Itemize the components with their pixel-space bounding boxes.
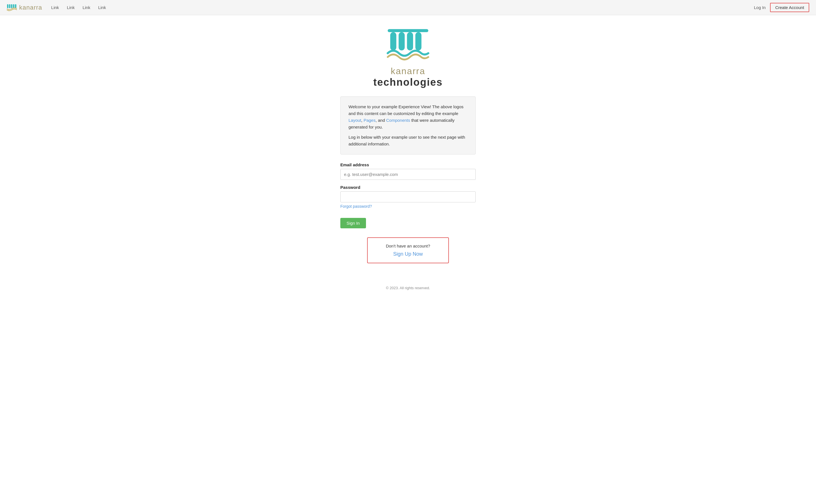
footer: © 2023. All rights reserved. [0, 280, 816, 293]
email-label: Email address [340, 162, 476, 167]
welcome-paragraph-2: Log in below with your example user to s… [349, 134, 467, 147]
svg-rect-1 [7, 4, 8, 8]
nav-links: Link Link Link Link [51, 5, 106, 10]
navbar-left: kanarra Link Link Link Link [7, 4, 106, 12]
layout-link[interactable]: Layout [349, 118, 361, 123]
password-group: Password Forgot password? [340, 185, 476, 209]
svg-rect-5 [15, 4, 16, 8]
login-form: Email address Password Forgot password? … [340, 162, 476, 228]
svg-rect-6 [388, 29, 428, 32]
svg-rect-9 [407, 32, 413, 50]
svg-rect-10 [415, 32, 422, 50]
brand-logo: kanarra technologies [373, 26, 443, 88]
welcome-text-and: , and [376, 118, 386, 123]
svg-rect-8 [399, 32, 405, 50]
pages-link[interactable]: Pages [363, 118, 376, 123]
welcome-box: Welcome to your example Experience View!… [340, 96, 476, 154]
logo-link[interactable]: kanarra [7, 4, 42, 12]
signup-box: Don't have an account? Sign Up Now [367, 237, 449, 263]
nav-link-2[interactable]: Link [67, 5, 75, 10]
password-input[interactable] [340, 191, 476, 202]
nav-link-4[interactable]: Link [98, 5, 106, 10]
login-link[interactable]: Log In [754, 5, 766, 10]
svg-rect-3 [11, 4, 12, 8]
footer-copyright: © 2023. All rights reserved. [386, 286, 430, 290]
brand-svg-large [383, 26, 433, 66]
brand-name-kanarra: kanarra [373, 66, 443, 76]
main-content: kanarra technologies Welcome to your exa… [0, 15, 816, 280]
welcome-paragraph-1: Welcome to your example Experience View!… [349, 103, 467, 131]
email-group: Email address [340, 162, 476, 180]
sign-in-button[interactable]: Sign In [340, 218, 366, 228]
signup-link[interactable]: Sign Up Now [393, 251, 423, 257]
navbar-right: Log In Create Account [754, 3, 809, 12]
components-link[interactable]: Components [386, 118, 410, 123]
logo-text: kanarra [19, 4, 42, 11]
create-account-button[interactable]: Create Account [770, 3, 809, 12]
logo-icon [7, 4, 17, 12]
navbar: kanarra Link Link Link Link Log In Creat… [0, 0, 816, 15]
password-label: Password [340, 185, 476, 190]
forgot-password-link[interactable]: Forgot password? [340, 204, 372, 209]
email-input[interactable] [340, 169, 476, 180]
svg-rect-2 [9, 4, 10, 8]
svg-rect-7 [390, 32, 396, 50]
welcome-text-prefix: Welcome to your example Experience View!… [349, 104, 464, 116]
brand-name: kanarra technologies [373, 66, 443, 88]
signup-prompt: Don't have an account? [374, 244, 442, 248]
nav-link-1[interactable]: Link [51, 5, 59, 10]
nav-link-3[interactable]: Link [83, 5, 91, 10]
brand-name-technologies: technologies [373, 76, 443, 88]
